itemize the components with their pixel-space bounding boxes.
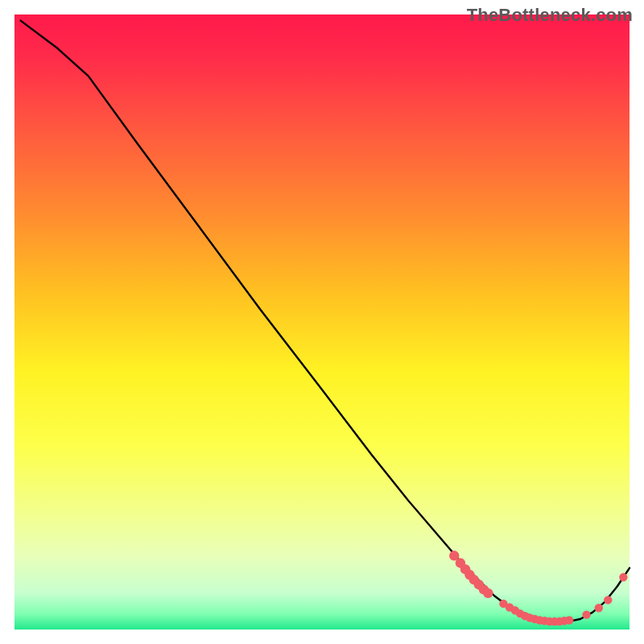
data-marker	[565, 616, 573, 624]
data-marker	[604, 596, 612, 604]
data-marker	[483, 588, 493, 598]
chart-plot	[0, 0, 644, 644]
data-marker	[582, 610, 590, 618]
plot-background	[14, 14, 630, 630]
data-marker	[595, 604, 603, 612]
chart-container: TheBottleneck.com	[0, 0, 644, 644]
watermark-text: TheBottleneck.com	[467, 5, 633, 26]
data-marker	[619, 573, 627, 581]
